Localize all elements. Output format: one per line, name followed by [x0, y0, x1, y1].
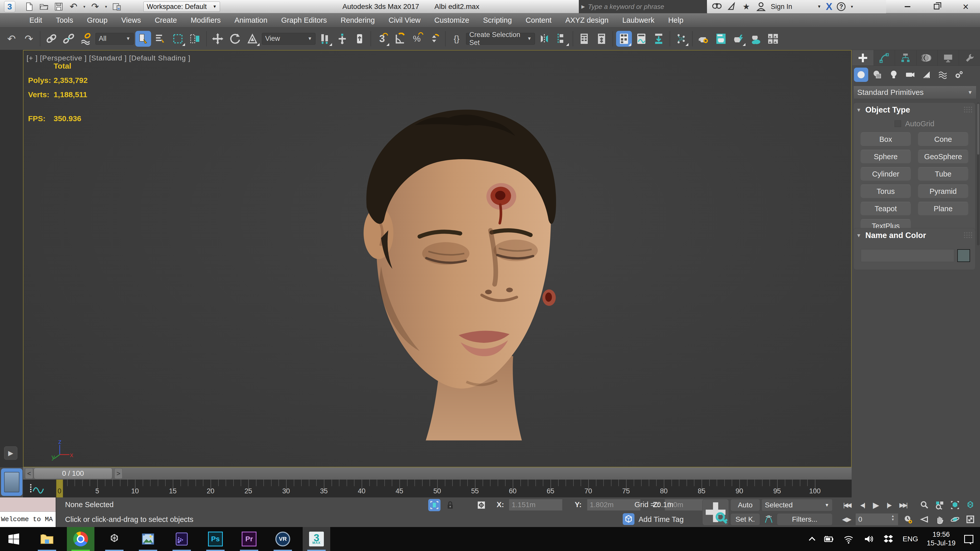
- rectangular-selection-region-button[interactable]: [170, 31, 186, 47]
- time-slider-row[interactable]: < 0 / 100 >: [23, 467, 852, 480]
- menu-laubwerk[interactable]: Laubwerk: [615, 16, 661, 24]
- bind-to-space-warp-button[interactable]: [78, 31, 94, 47]
- zoom-region-button[interactable]: [964, 499, 977, 511]
- absolute-mode-transform-button[interactable]: [475, 499, 487, 511]
- menu-scripting[interactable]: Scripting: [476, 16, 519, 24]
- volume-icon[interactable]: [863, 534, 874, 545]
- set-key-button[interactable]: [702, 499, 729, 526]
- frame-spinner[interactable]: ▲▼: [891, 514, 894, 522]
- menu-rendering[interactable]: Rendering: [334, 16, 382, 24]
- save-file-button[interactable]: [53, 1, 64, 12]
- rollout-grip-icon[interactable]: [964, 232, 973, 239]
- curve-editor-button[interactable]: [633, 31, 649, 47]
- redo-scene-button[interactable]: ↷: [21, 31, 37, 47]
- action-center-icon[interactable]: [964, 535, 974, 543]
- perspective-viewport[interactable]: [+ ] [Perspective ] [Standard ] [Default…: [23, 50, 852, 467]
- reference-coordinate-system-dropdown[interactable]: View ▼: [262, 33, 315, 44]
- taskbar-3dsmax-active[interactable]: 3MAX: [303, 527, 330, 551]
- time-configuration-button[interactable]: [902, 513, 914, 526]
- selection-lock-toggle[interactable]: [444, 499, 456, 511]
- taskbar-premiere[interactable]: Pr: [235, 527, 263, 551]
- rollout-grip-icon[interactable]: [964, 106, 973, 113]
- autogrid-checkbox[interactable]: [894, 121, 901, 127]
- taskbar-photoshop[interactable]: Ps: [202, 527, 229, 551]
- unlink-selection-button[interactable]: [61, 31, 76, 47]
- redo-button[interactable]: ↷: [89, 1, 101, 12]
- zoom-all-button[interactable]: [934, 499, 946, 511]
- go-to-start-button[interactable]: |◀◀: [840, 499, 853, 511]
- name-color-rollout-header[interactable]: ▼ Name and Color: [854, 228, 975, 243]
- select-object-button[interactable]: [135, 31, 151, 47]
- category-shapes[interactable]: [870, 68, 885, 82]
- taskbar-unity[interactable]: [100, 527, 128, 551]
- menu-axyz-design[interactable]: AXYZ design: [558, 16, 615, 24]
- select-by-name-button[interactable]: [153, 31, 169, 47]
- undo-button[interactable]: ↶: [68, 1, 79, 12]
- tab-hierarchy[interactable]: [895, 50, 916, 65]
- keyboard-shortcut-override-button[interactable]: [352, 31, 368, 47]
- menu-views[interactable]: Views: [115, 16, 148, 24]
- favorites-star-icon[interactable]: ★: [741, 2, 751, 12]
- select-and-link-button[interactable]: [43, 31, 59, 47]
- primitive-button[interactable]: Pyramid: [918, 184, 969, 198]
- language-indicator[interactable]: ENG: [903, 535, 918, 543]
- asset-library-button[interactable]: [765, 31, 781, 47]
- x-coordinate-field[interactable]: 1.151m: [509, 499, 563, 511]
- minimize-button[interactable]: [900, 1, 915, 12]
- window-crossing-toggle-button[interactable]: [187, 31, 203, 47]
- select-and-rotate-button[interactable]: [227, 31, 243, 47]
- isolate-selection-toggle[interactable]: [428, 499, 441, 511]
- viewport-layout-tab-button[interactable]: ▶: [4, 446, 18, 460]
- render-setup-button[interactable]: [651, 31, 667, 47]
- menu-animation[interactable]: Animation: [228, 16, 274, 24]
- head-model[interactable]: [338, 86, 568, 450]
- listener-output-row[interactable]: Welcome to MA: [0, 512, 56, 527]
- primitive-button[interactable]: Cone: [918, 132, 969, 146]
- menu-create[interactable]: Create: [148, 16, 184, 24]
- primitive-button[interactable]: Teapot: [860, 202, 911, 216]
- undo-dropdown-arrow-icon[interactable]: ▼: [83, 5, 86, 9]
- open-file-button[interactable]: [38, 1, 49, 12]
- dropbox-icon[interactable]: [883, 534, 894, 545]
- track-bar[interactable]: 0510152025303540455055606570758085909510…: [23, 480, 852, 497]
- select-and-move-button[interactable]: [210, 31, 226, 47]
- edit-named-selection-sets-button[interactable]: {}: [449, 31, 465, 47]
- tray-expand-chevron-icon[interactable]: [809, 537, 815, 543]
- material-editor-button[interactable]: [616, 31, 632, 47]
- trackbar-corner-button[interactable]: [1, 468, 22, 496]
- object-name-input[interactable]: [861, 249, 954, 262]
- go-to-end-button[interactable]: ▶▶|: [896, 499, 910, 511]
- orbit-view-button[interactable]: [949, 513, 961, 526]
- select-and-scale-button[interactable]: [245, 31, 260, 47]
- tab-modify[interactable]: [874, 50, 895, 65]
- menu-edit[interactable]: Edit: [22, 16, 49, 24]
- sign-in-button[interactable]: Sign In: [771, 3, 792, 11]
- help-dropdown-icon[interactable]: ▼: [850, 5, 854, 9]
- 3dsmax-app-menu-icon[interactable]: 3: [4, 1, 15, 12]
- taskbar-file-explorer[interactable]: [33, 527, 61, 551]
- maxscript-mini-listener[interactable]: Welcome to MA: [0, 497, 56, 527]
- primitive-button[interactable]: Tube: [918, 167, 969, 181]
- manage-layers-button[interactable]: [576, 31, 592, 47]
- use-pivot-point-center-button[interactable]: [317, 31, 333, 47]
- pan-view-button[interactable]: [934, 513, 946, 526]
- sign-in-dropdown-icon[interactable]: ▼: [817, 4, 821, 9]
- wifi-icon[interactable]: [843, 534, 854, 545]
- menu-tools[interactable]: Tools: [49, 16, 80, 24]
- scene-explorer-button[interactable]: [593, 31, 609, 47]
- taskbar-photo-viewer[interactable]: [134, 527, 162, 551]
- tab-utilities[interactable]: [959, 50, 980, 65]
- communication-center-icon[interactable]: [726, 2, 737, 12]
- add-time-tag-label[interactable]: Add Time Tag: [638, 515, 684, 524]
- close-button[interactable]: ×: [959, 1, 973, 12]
- percent-snap-toggle-button[interactable]: %: [409, 31, 425, 47]
- next-frame-button[interactable]: >: [115, 468, 123, 479]
- spinner-snap-toggle-button[interactable]: [426, 31, 442, 47]
- panel-scrollbar[interactable]: [977, 103, 980, 245]
- object-category-dropdown[interactable]: Standard Primitives ▼: [853, 86, 977, 99]
- taskbar-clock[interactable]: 19:56 15-Jul-19: [927, 530, 956, 548]
- new-file-button[interactable]: [24, 1, 35, 12]
- add-time-tag-icon-button[interactable]: [623, 513, 635, 525]
- snap-toggle-3d-button[interactable]: 3: [374, 31, 390, 47]
- state-sets-button[interactable]: [673, 31, 689, 47]
